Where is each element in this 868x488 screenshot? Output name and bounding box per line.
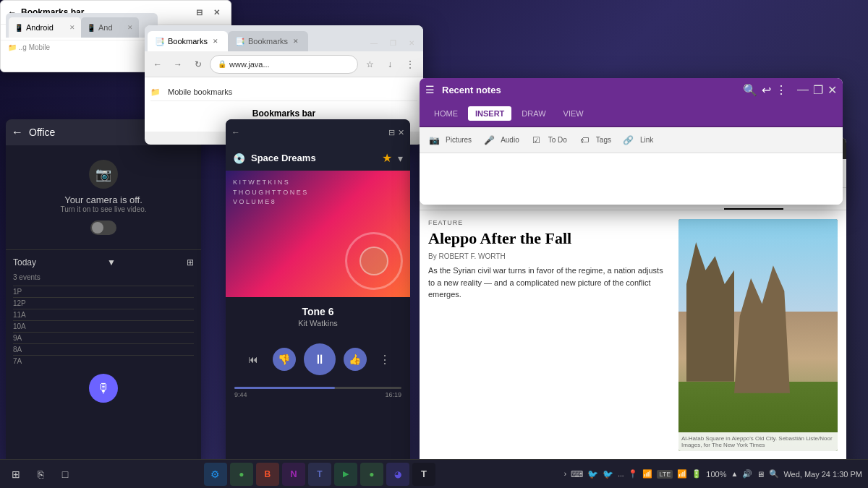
brave-app-icon: B (265, 469, 271, 479)
onenote-more-btn[interactable]: ⋮ (775, 83, 787, 97)
camera-toggle-dot (92, 222, 103, 234)
progress-bar[interactable] (234, 387, 401, 389)
onenote-tab-insert[interactable]: INSERT (468, 106, 511, 121)
taskbar-search-icon[interactable]: 🔍 (769, 469, 779, 479)
settings-app-icon: ⚙ (210, 468, 220, 480)
ribbon-pictures-label: Pictures (446, 136, 472, 144)
taskbar-overview-btn[interactable]: □ (55, 464, 75, 484)
onenote-window: ☰ Recent notes 🔍 ↩ ⋮ — ❐ ✕ HOME INSERT D… (420, 78, 843, 205)
time-9a: 9A (13, 334, 30, 342)
popup-close-btn[interactable]: ✕ (209, 5, 224, 20)
mic-icon: 🎙 (97, 381, 110, 396)
android-tab[interactable]: 📱 Android ✕ (9, 17, 81, 38)
android-tab-close[interactable]: ✕ (69, 24, 75, 31)
address-bar[interactable]: 🔒 www.java... (210, 55, 358, 74)
album-ring (345, 232, 403, 290)
taskbar-monitor-icon[interactable]: 🖥 (757, 470, 765, 479)
thumbdown-icon: 👎 (278, 354, 290, 365)
taskbar-onenote-app[interactable]: N (282, 463, 305, 486)
taskbar-keyboard-icon[interactable]: ⌨ (571, 469, 583, 479)
onenote-toolbar: HOME INSERT DRAW VIEW (420, 101, 843, 127)
thumbup-icon: 👍 (349, 354, 361, 365)
browser-reload-btn[interactable]: ↻ (190, 56, 207, 73)
nyt-app-icon: T (421, 468, 427, 479)
music-play-btn[interactable]: ⏸ (304, 343, 336, 375)
android-tab-2-close[interactable]: ✕ (127, 24, 133, 31)
nyt-byline: By ROBERT F. WORTH (428, 252, 670, 260)
android-tab-2-label: And (98, 23, 113, 32)
browser-close-btn[interactable]: ✕ (403, 35, 420, 50)
music-thumbup-btn[interactable]: 👍 (344, 348, 367, 371)
cal-grid-icon[interactable]: ⊞ (187, 257, 194, 267)
music-prev-btn[interactable]: ⏮ (242, 348, 265, 371)
taskbar-apps-grid-btn[interactable]: ⊞ (6, 464, 26, 484)
taskbar-settings-app[interactable]: ⚙ (204, 463, 227, 486)
taskbar-arrow-up-icon: ▲ (731, 470, 738, 478)
browser-tab-bar: 📑 Bookmarks ✕ 📑 Bookmarks ✕ — ❐ ✕ (145, 25, 423, 51)
bookmarks-favicon-1: 📑 (155, 37, 165, 46)
taskbar-chrome-app[interactable]: ● (230, 463, 253, 486)
taskbar-center: ⚙ ● B N T ▶ ● ◕ T (75, 463, 564, 486)
browser-forward-btn[interactable]: → (169, 56, 187, 73)
office-back-btn[interactable]: ← (12, 126, 23, 139)
ribbon-link-btn[interactable]: 🔗 (620, 132, 637, 149)
taskbar-nyt-app[interactable]: T (412, 463, 435, 486)
onenote-tab-draw[interactable]: DRAW (514, 106, 553, 121)
camera-toggle[interactable] (90, 221, 116, 235)
browser-restore-btn[interactable]: ❐ (384, 35, 401, 50)
taskbar-signal-icon: 📶 (677, 469, 687, 479)
taskbar-brave-app[interactable]: B (256, 463, 279, 486)
taskbar-teams-app[interactable]: T (308, 463, 331, 486)
onenote-search-btn[interactable]: 🔍 (743, 83, 757, 97)
bookmarks-tab-1[interactable]: 📑 Bookmarks ✕ (148, 31, 228, 51)
onenote-tab-home[interactable]: HOME (427, 106, 465, 121)
cal-expand-icon[interactable]: ▼ (107, 257, 116, 267)
browser-bookmark-btn[interactable]: ☆ (361, 56, 378, 73)
taskbar-location-icon: 📍 (628, 469, 638, 479)
ribbon-tags-label: Tags (596, 136, 611, 144)
onenote-minimize-btn[interactable]: — (797, 83, 809, 96)
music-shrink-btn[interactable]: ⊟ (388, 128, 395, 137)
onenote-close-btn[interactable]: ✕ (827, 83, 837, 97)
bookmarks-tab-1-close[interactable]: ✕ (210, 36, 221, 46)
taskbar-volume-icon[interactable]: 🔊 (742, 469, 752, 479)
music-disc-icon: 💿 (233, 153, 245, 164)
music-expand-btn[interactable]: ▾ (398, 153, 403, 164)
taskbar-recent-btn[interactable]: ⎘ (30, 464, 51, 484)
ribbon-pictures-btn[interactable]: 📷 (425, 132, 443, 149)
nyt-article-text: FEATURE Aleppo After the Fall By ROBERT … (428, 219, 670, 451)
mic-button[interactable]: 🎙 (89, 374, 118, 403)
taskbar-battery-pct: 100% (706, 470, 726, 479)
onenote-ribbon: 📷 Pictures 🎤 Audio ☑ To Do 🏷 Tags 🔗 Link (420, 127, 843, 153)
browser-download-btn[interactable]: ↓ (381, 56, 399, 73)
music-star[interactable]: ★ (382, 151, 392, 165)
music-more-btn[interactable]: ⋮ (375, 349, 395, 369)
bookmarks-tab-2[interactable]: 📑 Bookmarks ✕ (228, 31, 308, 51)
bookmarks-tab-2-close[interactable]: ✕ (291, 36, 301, 46)
ribbon-todo-btn[interactable]: ☑ (528, 132, 545, 149)
onenote-titlebar: ☰ Recent notes 🔍 ↩ ⋮ — ❐ ✕ (420, 78, 843, 101)
browser-back-btn[interactable]: ← (149, 56, 166, 73)
progress-fill (234, 387, 335, 389)
onenote-undo-btn[interactable]: ↩ (762, 83, 771, 97)
ribbon-audio-btn[interactable]: 🎤 (480, 132, 498, 149)
onenote-restore-btn[interactable]: ❐ (813, 83, 823, 97)
mobile-bookmarks-link[interactable]: Mobile bookmarks (165, 86, 235, 98)
taskbar-chrome2-app[interactable]: ● (360, 463, 383, 486)
music-back-btn[interactable]: ← (231, 127, 240, 137)
taskbar-play-app[interactable]: ▶ (334, 463, 357, 486)
popup-shrink-btn[interactable]: ⊟ (192, 5, 206, 20)
chrome-app-icon: ● (239, 469, 244, 479)
onenote-hamburger-btn[interactable]: ☰ (425, 84, 435, 95)
onenote-tab-view[interactable]: VIEW (556, 106, 591, 121)
ruins-illustration (678, 219, 838, 451)
ribbon-tags-btn[interactable]: 🏷 (576, 132, 593, 149)
android-tab-2[interactable]: 📱 And ✕ (81, 17, 139, 38)
browser-menu-btn[interactable]: ⋮ (401, 56, 419, 73)
taskbar-chevron-icon[interactable]: › (564, 470, 566, 478)
bookmarks-tab-1-label: Bookmarks (168, 37, 208, 46)
music-thumbdown-btn[interactable]: 👎 (273, 348, 296, 371)
taskbar-arc-app[interactable]: ◕ (386, 463, 409, 486)
browser-minimize-btn[interactable]: — (365, 35, 383, 50)
music-close-btn[interactable]: ✕ (398, 128, 404, 137)
